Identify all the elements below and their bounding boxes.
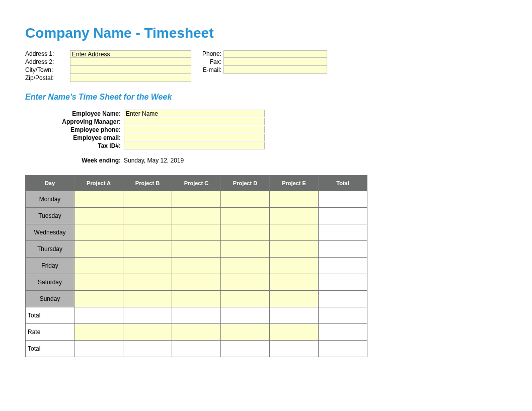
- cell-gtotal-a: [74, 341, 123, 357]
- cell-mon-b[interactable]: [123, 191, 172, 208]
- field-city-town[interactable]: [70, 66, 191, 74]
- cell-wed-a[interactable]: [74, 224, 123, 241]
- field-email[interactable]: [223, 66, 327, 74]
- cell-mon-a[interactable]: [74, 191, 123, 208]
- cell-total-b: [123, 307, 172, 324]
- section-subheader: Enter Name's Time Sheet for the Week: [25, 93, 507, 102]
- table-row-rate: Rate: [26, 324, 367, 341]
- cell-tue-d[interactable]: [221, 208, 270, 224]
- field-fax[interactable]: [223, 58, 327, 66]
- label-row-total: Total: [26, 307, 74, 324]
- day-wednesday: Wednesday: [26, 224, 74, 241]
- timesheet-table: Day Project A Project B Project C Projec…: [25, 175, 367, 357]
- company-info-block: Address 1: Enter Address Address 2: City…: [25, 50, 507, 83]
- cell-wed-d[interactable]: [221, 224, 270, 241]
- label-row-rate: Rate: [26, 324, 74, 341]
- cell-tue-e[interactable]: [270, 208, 319, 224]
- cell-sat-total: [319, 274, 367, 291]
- col-project-d: Project D: [221, 176, 270, 191]
- label-row-grand-total: Total: [26, 341, 74, 357]
- cell-thu-b[interactable]: [123, 241, 172, 258]
- col-project-c: Project C: [172, 176, 221, 191]
- cell-sun-e[interactable]: [270, 291, 319, 307]
- table-row-total: Total: [26, 307, 367, 324]
- cell-tue-a[interactable]: [74, 208, 123, 224]
- value-week-ending: Sunday, May 12, 2019: [124, 157, 184, 164]
- cell-thu-d[interactable]: [221, 241, 270, 258]
- table-row: Tuesday: [26, 208, 367, 224]
- cell-fri-c[interactable]: [172, 258, 221, 274]
- label-email: E-mail:: [191, 66, 223, 74]
- cell-sat-c[interactable]: [172, 274, 221, 291]
- cell-rate-a[interactable]: [74, 324, 123, 341]
- day-tuesday: Tuesday: [26, 208, 74, 224]
- cell-gtotal-e: [270, 341, 319, 357]
- cell-sun-c[interactable]: [172, 291, 221, 307]
- cell-sun-total: [319, 291, 367, 307]
- col-project-e: Project E: [270, 176, 319, 191]
- field-phone[interactable]: [223, 50, 327, 58]
- label-employee-phone: Employee phone:: [25, 126, 124, 134]
- field-zip-postal[interactable]: [70, 74, 191, 82]
- label-city-town: City/Town:: [25, 66, 70, 74]
- table-row: Saturday: [26, 274, 367, 291]
- cell-total-d: [221, 307, 270, 324]
- day-thursday: Thursday: [26, 241, 74, 258]
- day-friday: Friday: [26, 258, 74, 274]
- cell-rate-total: [319, 324, 367, 341]
- field-employee-name[interactable]: Enter Name: [124, 110, 265, 117]
- cell-mon-e[interactable]: [270, 191, 319, 208]
- cell-gtotal-d: [221, 341, 270, 357]
- cell-thu-e[interactable]: [270, 241, 319, 258]
- cell-sat-b[interactable]: [123, 274, 172, 291]
- cell-mon-d[interactable]: [221, 191, 270, 208]
- table-row: Sunday: [26, 291, 367, 307]
- cell-total-a: [74, 307, 123, 324]
- cell-sun-a[interactable]: [74, 291, 123, 307]
- day-sunday: Sunday: [26, 291, 74, 307]
- field-address2[interactable]: [70, 58, 191, 66]
- cell-fri-d[interactable]: [221, 258, 270, 274]
- cell-sat-e[interactable]: [270, 274, 319, 291]
- cell-rate-b[interactable]: [123, 324, 172, 341]
- cell-tue-c[interactable]: [172, 208, 221, 224]
- label-employee-email: Employee email:: [25, 134, 124, 142]
- cell-tue-b[interactable]: [123, 208, 172, 224]
- col-day: Day: [26, 176, 74, 191]
- cell-rate-c[interactable]: [172, 324, 221, 341]
- cell-rate-d[interactable]: [221, 324, 270, 341]
- label-tax-id: Tax ID#:: [25, 142, 124, 150]
- cell-sun-d[interactable]: [221, 291, 270, 307]
- col-project-b: Project B: [123, 176, 172, 191]
- table-row-grand-total: Total: [26, 341, 367, 357]
- cell-thu-c[interactable]: [172, 241, 221, 258]
- cell-wed-c[interactable]: [172, 224, 221, 241]
- table-row: Wednesday: [26, 224, 367, 241]
- cell-mon-c[interactable]: [172, 191, 221, 208]
- label-phone: Phone:: [191, 50, 223, 58]
- cell-thu-a[interactable]: [74, 241, 123, 258]
- day-monday: Monday: [26, 191, 74, 208]
- table-row: Monday: [26, 191, 367, 208]
- cell-rate-e[interactable]: [270, 324, 319, 341]
- cell-wed-b[interactable]: [123, 224, 172, 241]
- field-tax-id[interactable]: [124, 142, 265, 149]
- cell-total-e: [270, 307, 319, 324]
- cell-fri-b[interactable]: [123, 258, 172, 274]
- cell-sat-a[interactable]: [74, 274, 123, 291]
- cell-fri-a[interactable]: [74, 258, 123, 274]
- field-employee-phone[interactable]: [124, 126, 265, 133]
- col-project-a: Project A: [74, 176, 123, 191]
- label-approving-manager: Approving Manager:: [25, 118, 124, 126]
- cell-sat-d[interactable]: [221, 274, 270, 291]
- field-employee-email[interactable]: [124, 134, 265, 141]
- cell-tue-total: [319, 208, 367, 224]
- label-fax: Fax:: [191, 58, 223, 66]
- cell-sun-b[interactable]: [123, 291, 172, 307]
- cell-fri-e[interactable]: [270, 258, 319, 274]
- day-saturday: Saturday: [26, 274, 74, 291]
- cell-wed-e[interactable]: [270, 224, 319, 241]
- field-approving-manager[interactable]: [124, 118, 265, 125]
- cell-gtotal-all: [319, 341, 367, 357]
- field-address1[interactable]: Enter Address: [70, 50, 191, 58]
